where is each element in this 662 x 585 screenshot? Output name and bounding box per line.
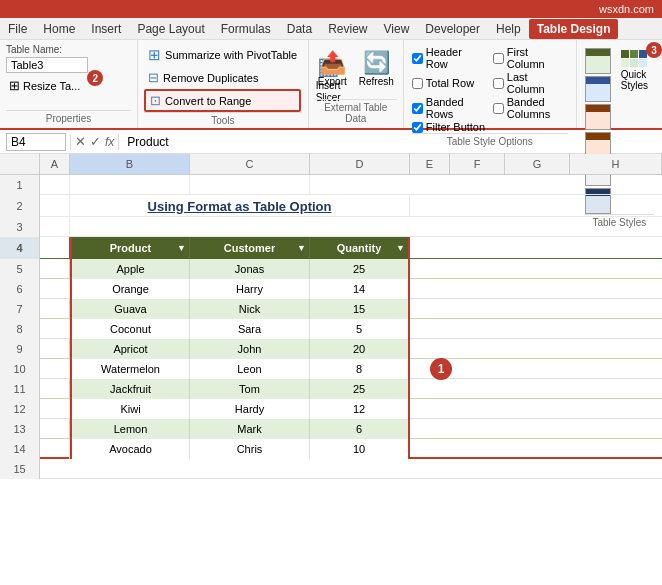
cell-1c[interactable] [190,175,310,195]
cell-11rest[interactable] [410,379,662,399]
cell-5b[interactable]: Apple [70,259,190,279]
cell-7a[interactable] [40,299,70,319]
product-dropdown-icon[interactable]: ▼ [177,243,186,253]
style-swatch-3[interactable] [585,104,611,130]
cell-12b[interactable]: Kiwi [70,399,190,419]
export-btn[interactable]: 📤 Export [314,48,351,89]
cell-10b-watermelon[interactable]: Watermelon [70,359,190,379]
menu-item-home[interactable]: Home [35,20,83,38]
style-swatch-2[interactable] [585,76,611,102]
cell-11b[interactable]: Jackfruit [70,379,190,399]
cell-15rest[interactable] [40,459,662,479]
cell-9d[interactable]: 20 [310,339,410,359]
cell-9b[interactable]: Apricot [70,339,190,359]
cell-1d[interactable] [310,175,662,195]
cell-9c[interactable]: John [190,339,310,359]
col-header-g[interactable]: G [505,154,570,174]
confirm-formula-icon[interactable]: ✓ [90,134,101,149]
col-header-b[interactable]: B [70,154,190,174]
cell-13c[interactable]: Mark [190,419,310,439]
menu-item-tabledesign[interactable]: Table Design [529,19,619,39]
resize-table-btn[interactable]: ⊞ Resize Ta... [6,76,83,95]
cell-8d[interactable]: 5 [310,319,410,339]
cancel-formula-icon[interactable]: ✕ [75,134,86,149]
cell-4d-quantity[interactable]: Apple,Jonas,25 Quantity ▼ [310,237,410,259]
menu-item-file[interactable]: File [0,20,35,38]
cell-10c[interactable]: Leon [190,359,310,379]
cell-6d[interactable]: 14 [310,279,410,299]
first-column-checkbox[interactable]: First Column [493,46,568,70]
menu-item-insert[interactable]: Insert [83,20,129,38]
cell-8rest[interactable] [410,319,662,339]
cell-11d[interactable]: 25 [310,379,410,399]
col-header-d[interactable]: D [310,154,410,174]
summarize-pivottable-btn[interactable]: ⊞ Summarize with PivotTable [144,44,301,66]
cell-9rest[interactable] [410,339,662,359]
cell-10rest[interactable]: 1 [410,359,662,379]
col-header-h[interactable]: H [570,154,662,174]
menu-item-developer[interactable]: Developer [417,20,488,38]
menu-item-view[interactable]: View [376,20,418,38]
cell-8a[interactable] [40,319,70,339]
cell-7b[interactable]: Guava [70,299,190,319]
cell-6a[interactable] [40,279,70,299]
cell-4c-customer[interactable]: Customer ▼ [190,237,310,259]
cell-2rest[interactable] [410,195,662,217]
cell-5c[interactable]: Jonas [190,259,310,279]
cell-title[interactable]: Using Format as Table Option [70,195,410,217]
style-swatch-1[interactable] [585,48,611,74]
cell-2a[interactable] [40,195,70,217]
cell-11c[interactable]: Tom [190,379,310,399]
cell-6b[interactable]: Orange [70,279,190,299]
cell-12c[interactable]: Hardy [190,399,310,419]
cell-6c[interactable]: Harry [190,279,310,299]
menu-item-formulas[interactable]: Formulas [213,20,279,38]
cell-3b[interactable] [70,217,662,237]
cell-10d[interactable]: 8 [310,359,410,379]
cell-14d[interactable]: 10 [310,439,410,459]
cell-5a[interactable] [40,259,70,279]
cell-7rest[interactable] [410,299,662,319]
cell-13b[interactable]: Lemon [70,419,190,439]
cell-reference-input[interactable] [6,133,66,151]
cell-5rest[interactable] [410,259,662,279]
convert-to-range-btn[interactable]: ⊡ Convert to Range [144,89,301,112]
cell-7c[interactable]: Nick [190,299,310,319]
cell-14rest[interactable] [410,439,662,459]
cell-3a[interactable] [40,217,70,237]
header-row-checkbox[interactable]: Header Row [412,46,487,70]
cell-11a[interactable] [40,379,70,399]
insert-function-icon[interactable]: fx [105,135,114,149]
cell-8b[interactable]: Coconut [70,319,190,339]
col-header-c[interactable]: C [190,154,310,174]
menu-item-pagelayout[interactable]: Page Layout [129,20,212,38]
cell-10a[interactable] [40,359,70,379]
quantity-dropdown-icon[interactable]: ▼ [396,243,405,253]
cell-12a[interactable] [40,399,70,419]
customer-dropdown-icon[interactable]: ▼ [297,243,306,253]
filter-button-checkbox[interactable]: Filter Button [412,121,487,133]
col-header-e[interactable]: E [410,154,450,174]
cell-1b[interactable] [70,175,190,195]
refresh-btn[interactable]: 🔄 Refresh [355,48,398,89]
cell-9a[interactable] [40,339,70,359]
cell-13a[interactable] [40,419,70,439]
cell-13d[interactable]: 6 [310,419,410,439]
banded-rows-checkbox[interactable]: Banded Rows [412,96,487,120]
cell-7d[interactable]: 15 [310,299,410,319]
total-row-checkbox[interactable]: Total Row [412,71,487,95]
quick-styles-btn[interactable]: QuickStyles 3 [615,48,654,93]
cell-14c[interactable]: Chris [190,439,310,459]
menu-item-review[interactable]: Review [320,20,375,38]
last-column-checkbox[interactable]: Last Column [493,71,568,95]
menu-item-data[interactable]: Data [279,20,320,38]
cell-8c[interactable]: Sara [190,319,310,339]
cell-4rest[interactable] [410,237,662,259]
cell-12d[interactable]: 12 [310,399,410,419]
cell-1a[interactable] [40,175,70,195]
cell-12rest[interactable] [410,399,662,419]
table-name-input[interactable] [6,57,88,73]
cell-4a[interactable] [40,237,70,259]
menu-item-help[interactable]: Help [488,20,529,38]
cell-5d[interactable]: 25 [310,259,410,279]
